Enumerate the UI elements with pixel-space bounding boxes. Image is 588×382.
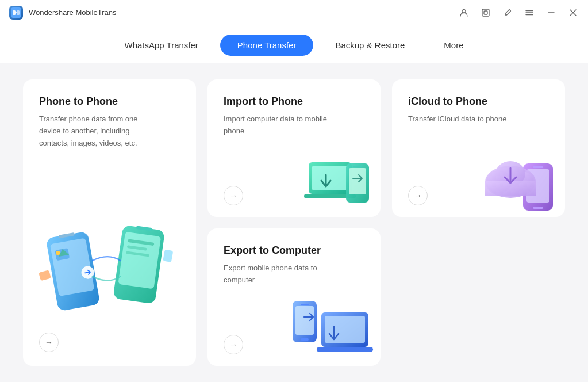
svg-rect-21 [136, 226, 152, 231]
card-import-to-phone[interactable]: Import to Phone Import computer data to … [207, 79, 381, 217]
svg-rect-47 [325, 316, 365, 343]
nav-bar: WhatsApp Transfer Phone Transfer Backup … [0, 25, 588, 63]
tab-backup-restore[interactable]: Backup & Restore [318, 35, 422, 56]
card-phone-to-phone[interactable]: Phone to Phone Transfer phone data from … [23, 79, 196, 366]
svg-rect-14 [59, 232, 75, 238]
card-icloud-arrow[interactable]: → [408, 186, 428, 205]
svg-rect-28 [312, 166, 348, 190]
svg-point-40 [495, 161, 525, 186]
svg-rect-34 [526, 169, 549, 203]
svg-rect-15 [55, 248, 70, 261]
svg-rect-36 [533, 207, 543, 209]
app-title-text: Wondershare MobileTrans [29, 8, 116, 17]
svg-rect-12 [46, 231, 101, 312]
card-export-title: Export to Computer [224, 245, 364, 257]
svg-rect-13 [50, 238, 95, 296]
tab-phone-transfer[interactable]: Phone Transfer [220, 35, 314, 56]
svg-rect-41 [485, 181, 536, 196]
card-phone-to-phone-arrow[interactable]: → [39, 333, 59, 352]
svg-rect-30 [346, 163, 369, 203]
svg-rect-25 [39, 270, 51, 281]
svg-point-38 [486, 170, 512, 193]
svg-rect-19 [113, 225, 165, 304]
svg-rect-5 [484, 11, 487, 14]
svg-rect-46 [321, 312, 368, 347]
app-icon [9, 6, 23, 20]
card-phone-to-phone-title: Phone to Phone [39, 96, 180, 108]
svg-rect-27 [309, 162, 352, 194]
phone-to-phone-illustration [32, 213, 190, 334]
card-import-title: Import to Phone [224, 96, 364, 108]
svg-rect-35 [533, 166, 543, 168]
tab-more[interactable]: More [426, 35, 481, 56]
card-export-desc: Export mobile phone data to computer [224, 262, 339, 286]
svg-point-37 [485, 166, 536, 198]
svg-rect-22 [128, 239, 154, 246]
card-phone-to-phone-desc: Transfer phone data from one device to a… [39, 113, 154, 149]
card-export-to-computer[interactable]: Export to Computer Export mobile phone d… [207, 228, 381, 366]
svg-rect-29 [304, 194, 356, 198]
svg-point-18 [80, 265, 95, 280]
edit-icon[interactable] [502, 7, 513, 18]
import-illustration [301, 149, 376, 212]
titlebar-left: Wondershare MobileTrans [9, 6, 116, 20]
card-export-arrow[interactable]: → [224, 335, 243, 354]
icloud-illustration [480, 149, 560, 212]
svg-point-16 [56, 250, 61, 255]
svg-rect-24 [126, 251, 149, 257]
minimize-button[interactable] [545, 7, 557, 18]
card-import-desc: Import computer data to mobile phone [224, 113, 339, 137]
export-illustration [290, 292, 376, 361]
svg-rect-32 [353, 166, 362, 167]
titlebar: Wondershare MobileTrans [0, 0, 588, 25]
svg-rect-31 [349, 168, 366, 194]
window-icon[interactable] [480, 7, 491, 18]
hamburger-icon[interactable] [524, 7, 535, 18]
svg-rect-43 [295, 306, 314, 335]
svg-rect-23 [127, 245, 147, 250]
card-icloud-to-phone[interactable]: iCloud to Phone Transfer iCloud data to … [392, 79, 565, 217]
profile-icon[interactable] [458, 7, 470, 18]
svg-rect-20 [118, 232, 161, 289]
card-import-arrow[interactable]: → [224, 186, 243, 205]
svg-rect-26 [163, 249, 173, 262]
close-button[interactable] [567, 7, 579, 18]
svg-marker-17 [57, 248, 69, 257]
titlebar-controls [458, 7, 579, 18]
tab-whatsapp-transfer[interactable]: WhatsApp Transfer [107, 35, 215, 56]
svg-point-39 [510, 171, 533, 192]
svg-rect-44 [301, 304, 309, 305]
svg-rect-33 [523, 163, 553, 211]
svg-rect-48 [317, 347, 373, 352]
card-icloud-title: iCloud to Phone [408, 96, 549, 108]
card-icloud-desc: Transfer iCloud data to phone [408, 113, 523, 125]
svg-rect-4 [482, 9, 489, 16]
svg-rect-42 [293, 301, 317, 342]
main-content: Phone to Phone Transfer phone data from … [0, 63, 588, 382]
svg-rect-45 [301, 338, 309, 341]
